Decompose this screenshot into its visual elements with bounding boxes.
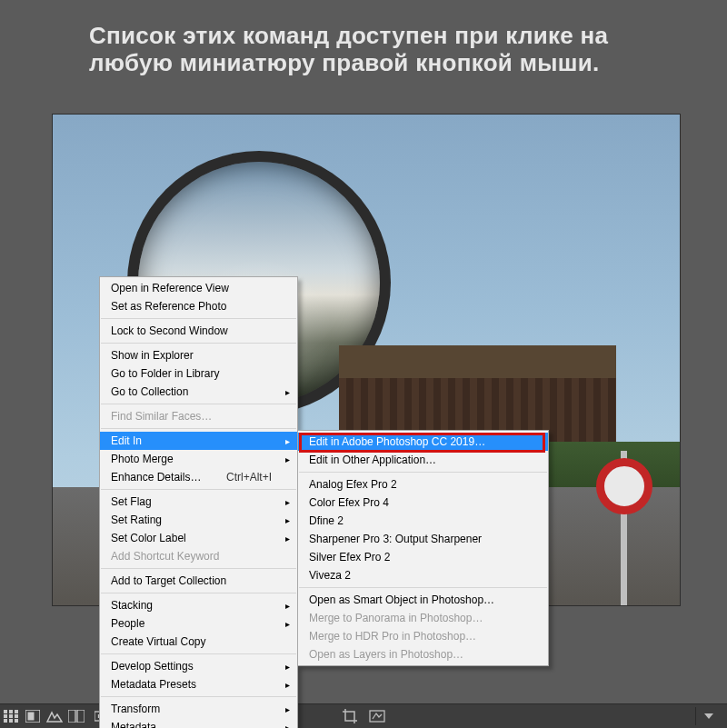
submenu-viveza[interactable]: Viveza 2	[298, 566, 548, 584]
grid-view-icon[interactable]	[0, 705, 22, 727]
submenu-edit-in-other[interactable]: Edit in Other Application…	[298, 451, 548, 469]
svg-rect-2	[15, 710, 18, 713]
submenu-edit-in-photoshop[interactable]: Edit in Adobe Photoshop CC 2019…	[298, 433, 548, 451]
menu-separator	[101, 489, 296, 490]
submenu-merge-panorama: Merge to Panorama in Photoshop…	[298, 609, 548, 627]
menu-set-flag[interactable]: Set Flag	[100, 493, 297, 511]
menu-add-shortcut-keyword: Add Shortcut Keyword	[100, 547, 297, 565]
menu-set-color-label[interactable]: Set Color Label	[100, 529, 297, 547]
submenu-sharpener[interactable]: Sharpener Pro 3: Output Sharpener	[298, 530, 548, 548]
svg-rect-4	[9, 714, 13, 718]
menu-stacking[interactable]: Stacking	[100, 596, 297, 614]
compare-view-icon[interactable]	[44, 705, 65, 727]
menu-separator	[101, 568, 296, 569]
menu-separator	[101, 593, 296, 593]
page-caption: Список этих команд доступен при клике на…	[89, 22, 682, 76]
svg-rect-10	[28, 713, 35, 721]
svg-rect-6	[4, 719, 7, 723]
submenu-open-smart-object[interactable]: Open as Smart Object in Photoshop…	[298, 591, 548, 609]
menu-separator	[299, 587, 547, 588]
menu-separator	[101, 318, 296, 319]
svg-rect-8	[15, 719, 18, 723]
menu-metadata-presets[interactable]: Metadata Presets	[100, 675, 297, 693]
context-menu: Open in Reference View Set as Reference …	[99, 276, 298, 728]
submenu-analog-efex[interactable]: Analog Efex Pro 2	[298, 475, 548, 494]
menu-separator	[101, 428, 296, 429]
toolbar-options-dropdown[interactable]	[695, 707, 722, 725]
menu-develop-settings[interactable]: Develop Settings	[100, 657, 297, 675]
menu-separator	[101, 343, 296, 344]
edit-in-submenu: Edit in Adobe Photoshop CC 2019… Edit in…	[297, 430, 549, 666]
menu-photo-merge[interactable]: Photo Merge	[100, 450, 297, 468]
survey-view-icon[interactable]	[65, 705, 87, 727]
svg-marker-11	[47, 713, 62, 722]
menu-separator	[101, 653, 296, 654]
menu-set-reference-photo[interactable]: Set as Reference Photo	[100, 297, 297, 315]
svg-marker-19	[704, 713, 713, 719]
svg-rect-3	[4, 714, 7, 718]
menu-transform[interactable]: Transform	[100, 700, 297, 718]
svg-rect-12	[68, 710, 75, 723]
loupe-view-icon[interactable]	[22, 705, 44, 727]
menu-find-similar-faces: Find Similar Faces…	[100, 407, 297, 425]
submenu-merge-hdr: Merge to HDR Pro in Photoshop…	[298, 627, 548, 645]
menu-enhance-details-label: Enhance Details…	[111, 471, 201, 484]
menu-go-to-folder[interactable]: Go to Folder in Library	[100, 364, 297, 383]
prohibition-sign	[596, 458, 652, 514]
menu-set-rating[interactable]: Set Rating	[100, 511, 297, 529]
svg-rect-0	[4, 710, 7, 713]
svg-rect-1	[9, 710, 13, 713]
soft-proof-icon[interactable]	[368, 707, 386, 725]
menu-lock-second-window[interactable]: Lock to Second Window	[100, 322, 297, 340]
submenu-open-as-layers: Open as Layers in Photoshop…	[298, 645, 548, 663]
submenu-dfine[interactable]: Dfine 2	[298, 512, 548, 530]
menu-people[interactable]: People	[100, 614, 297, 633]
svg-rect-18	[370, 711, 384, 722]
menu-metadata[interactable]: Metadata	[100, 718, 297, 728]
menu-add-to-target-collection[interactable]: Add to Target Collection	[100, 572, 297, 590]
menu-separator	[101, 404, 296, 404]
svg-rect-5	[15, 714, 18, 718]
menu-create-virtual-copy[interactable]: Create Virtual Copy	[100, 633, 297, 651]
svg-rect-7	[9, 719, 13, 723]
menu-enhance-details-shortcut: Ctrl+Alt+I	[226, 471, 272, 484]
submenu-color-efex[interactable]: Color Efex Pro 4	[298, 494, 548, 512]
menu-separator	[299, 472, 547, 473]
submenu-silver-efex[interactable]: Silver Efex Pro 2	[298, 548, 548, 566]
svg-rect-13	[77, 710, 85, 723]
menu-show-in-explorer[interactable]: Show in Explorer	[100, 346, 297, 364]
menu-edit-in[interactable]: Edit In	[100, 432, 297, 450]
menu-open-reference-view[interactable]: Open in Reference View	[100, 279, 297, 297]
crop-tool-icon[interactable]	[341, 707, 359, 725]
menu-separator	[101, 696, 296, 697]
menu-go-to-collection[interactable]: Go to Collection	[100, 383, 297, 401]
menu-enhance-details[interactable]: Enhance Details… Ctrl+Alt+I	[100, 468, 297, 486]
